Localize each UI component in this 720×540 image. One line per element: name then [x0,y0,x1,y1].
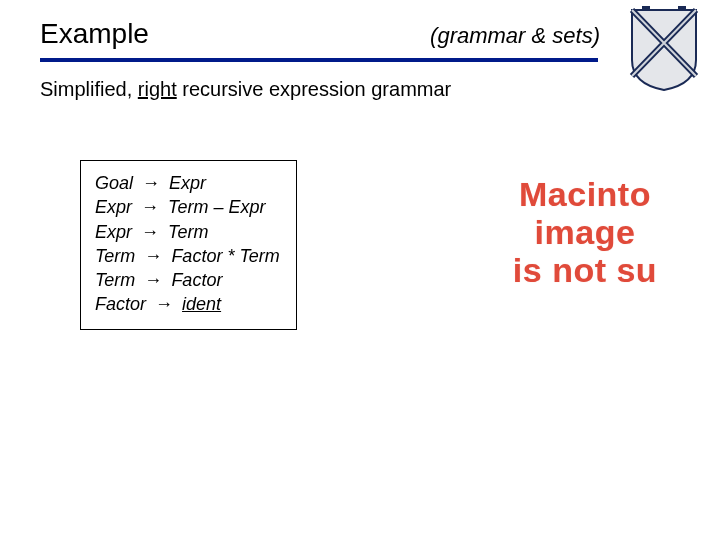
arrow-icon: → [140,270,166,290]
rule-rhs: Factor * Term [171,246,279,266]
header: Example (grammar & sets) [40,18,600,50]
rule-rhs: Term – Expr [168,197,265,217]
arrow-icon: → [140,246,166,266]
crest-logo [628,6,700,92]
arrow-icon: → [137,222,163,242]
missing-line: is not su [450,251,720,289]
arrow-icon: → [138,173,164,193]
missing-line: Macinto [450,175,720,213]
rule-lhs: Expr [95,222,132,242]
grammar-rule: Expr → Term [95,220,280,244]
arrow-icon: → [137,197,163,217]
rule-lhs: Factor [95,294,146,314]
body-sentence: Simplified, right recursive expression g… [40,78,451,101]
slide-subtitle: (grammar & sets) [430,23,600,49]
rule-rhs: Term [168,222,208,242]
rule-rhs: Expr [169,173,206,193]
grammar-rule: Term → Factor [95,268,280,292]
body-underlined: right [138,78,177,100]
rule-rhs-ident: ident [182,294,221,314]
rule-lhs: Term [95,270,135,290]
body-pre: Simplified, [40,78,138,100]
grammar-rule: Term → Factor * Term [95,244,280,268]
grammar-rule: Goal → Expr [95,171,280,195]
slide-title: Example [40,18,149,50]
arrow-icon: → [151,294,177,314]
header-rule [40,58,598,62]
grammar-rule: Factor → ident [95,292,280,316]
body-post: recursive expression grammar [177,78,452,100]
rule-rhs: Factor [171,270,222,290]
missing-image-placeholder: Macinto image is not su [450,175,720,289]
rule-lhs: Expr [95,197,132,217]
rule-lhs: Term [95,246,135,266]
slide: Example (grammar & sets) Simplified, rig… [0,0,720,540]
missing-line: image [450,213,720,251]
grammar-rule: Expr → Term – Expr [95,195,280,219]
rule-lhs: Goal [95,173,133,193]
grammar-box: Goal → Expr Expr → Term – Expr Expr → Te… [80,160,297,330]
